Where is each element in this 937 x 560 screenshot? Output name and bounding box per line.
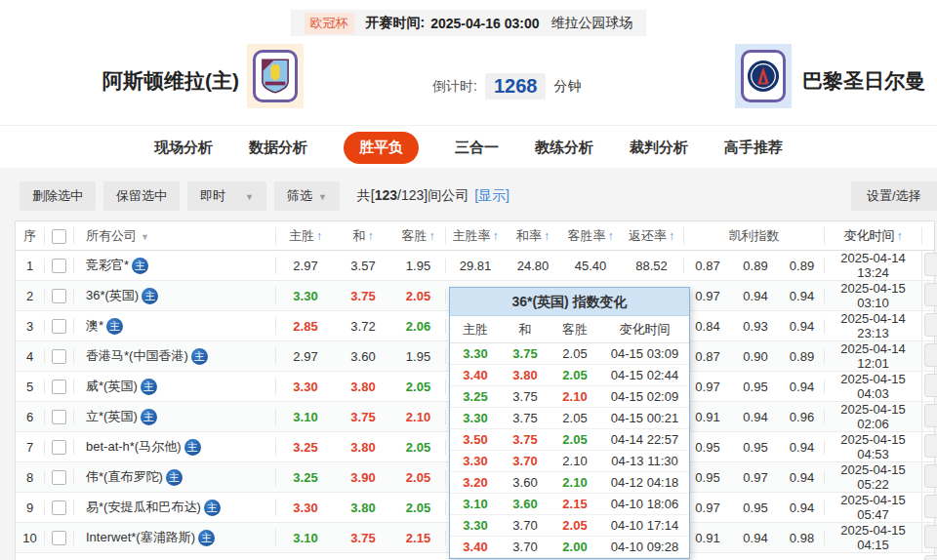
popup-away-odds: 2.00 (550, 540, 600, 554)
company-name[interactable]: 香港马*(中国香港)主 (74, 347, 276, 365)
sort-asc-icon: ↑ (608, 229, 614, 243)
row-checkbox[interactable] (52, 531, 66, 545)
company-name[interactable]: Interwet*(塞浦路斯)主 (74, 529, 276, 546)
more-button[interactable] (924, 495, 937, 518)
col-draw-odds[interactable]: 和↑ (335, 227, 391, 245)
row-index: 1 (16, 259, 45, 273)
draw-odds: 3.57 (335, 259, 391, 273)
kelly-draw: 0.89 (731, 259, 780, 273)
col-home-rate[interactable]: 主胜率↑ (446, 227, 505, 245)
popup-change-time: 04-14 22:57 (600, 432, 689, 447)
company-name[interactable]: 澳*主 (74, 317, 276, 335)
more-button[interactable] (924, 343, 937, 367)
popup-col-away: 客胜 (550, 321, 600, 339)
row-checkbox[interactable] (52, 440, 66, 455)
instant-dropdown[interactable]: 即时▼ (187, 181, 266, 211)
filter-dropdown[interactable]: 筛选▼ (274, 181, 340, 211)
row-index: 2 (16, 289, 45, 303)
tab-three-in-one[interactable]: 三合一 (455, 139, 499, 157)
draw-odds: 3.75 (335, 410, 391, 424)
kelly-home: 0.91 (684, 410, 731, 424)
delete-selected-button[interactable]: 删除选中 (20, 181, 96, 211)
home-odds: 3.25 (276, 470, 335, 485)
draw-odds: 3.90 (335, 470, 391, 485)
popup-draw-odds: 3.70 (501, 518, 550, 533)
table-header-row: 序 所有公司▼ 主胜↑ 和↑ 客胜↑ 主胜率↑ 和率↑ 客胜率↑ 返还率↑ 凯利… (16, 221, 934, 251)
popup-draw-odds: 3.70 (501, 540, 550, 554)
more-button[interactable] (924, 374, 937, 397)
odds-change-popup: 36*(英国) 指数变化 主胜 和 客胜 变化时间 3.30 3.75 2.05… (449, 287, 690, 559)
sort-asc-icon: ↑ (429, 229, 435, 243)
home-odds: 3.30 (276, 500, 335, 515)
home-odds: 2.97 (276, 259, 335, 273)
draw-odds: 3.75 (335, 531, 391, 545)
col-away-odds[interactable]: 客胜↑ (391, 227, 446, 245)
popup-draw-odds: 3.70 (501, 454, 550, 468)
popup-draw-odds: 3.60 (501, 497, 550, 511)
row-checkbox[interactable] (52, 259, 66, 273)
keep-selected-button[interactable]: 保留选中 (103, 181, 180, 211)
more-button[interactable] (924, 555, 937, 560)
kelly-draw: 0.94 (731, 410, 780, 424)
show-link[interactable]: [显示] (474, 187, 509, 205)
popup-row: 3.30 3.70 2.05 04-10 17:14 (450, 515, 689, 537)
settings-button[interactable]: 设置/选择 (851, 181, 937, 211)
chevron-down-icon: ▼ (245, 192, 254, 202)
row-checkbox[interactable] (52, 380, 66, 394)
row-index: 10 (16, 531, 45, 545)
tab-win-draw-lose[interactable]: 胜平负 (344, 132, 419, 164)
more-button[interactable] (924, 525, 937, 548)
company-name[interactable]: 竞彩官*主 (74, 257, 276, 274)
col-payout-rate[interactable]: 返还率↑ (620, 227, 684, 245)
kelly-home: 0.95 (684, 440, 731, 455)
tab-expert-picks[interactable]: 高手推荐 (724, 139, 783, 157)
col-draw-rate[interactable]: 和率↑ (505, 227, 561, 245)
company-name[interactable]: 威*(英国)主 (74, 378, 276, 395)
tab-live-analysis[interactable]: 现场分析 (154, 139, 213, 157)
change-time: 2025-04-15 05:22 (825, 462, 922, 492)
tab-coach-analysis[interactable]: 教练分析 (535, 139, 593, 157)
tab-data-analysis[interactable]: 数据分析 (249, 139, 307, 157)
col-away-rate[interactable]: 客胜率↑ (561, 227, 620, 245)
kickoff-label: 开赛时间: (366, 15, 426, 32)
home-odds: 2.97 (276, 349, 335, 364)
more-button[interactable] (924, 283, 937, 306)
row-checkbox[interactable] (52, 410, 66, 424)
draw-odds: 3.75 (335, 289, 391, 303)
company-name[interactable]: 易*(安提瓜和巴布达)主 (74, 499, 276, 516)
away-odds: 2.05 (391, 380, 446, 394)
draw-odds: 3.80 (335, 500, 391, 515)
company-name[interactable]: bet-at-h*(马尔他)主 (74, 438, 276, 456)
row-checkbox[interactable] (52, 470, 66, 485)
change-time: 2025-04-15 05:47 (825, 493, 922, 522)
popup-away-odds: 2.15 (550, 497, 600, 511)
row-index: 8 (16, 470, 45, 485)
company-name[interactable]: 立*(英国)主 (74, 408, 276, 425)
toolbar: 删除选中 保留选中 即时▼ 筛选▼ 共[123/123]间公司 [显示] 设置/… (20, 181, 937, 211)
more-button[interactable] (924, 313, 937, 337)
popup-change-time: 04-10 09:28 (600, 540, 689, 554)
row-checkbox[interactable] (52, 289, 66, 303)
more-button[interactable] (924, 434, 937, 458)
popup-row: 3.50 3.75 2.05 04-14 22:57 (450, 429, 689, 451)
tab-referee-analysis[interactable]: 裁判分析 (630, 139, 688, 157)
company-name[interactable]: 36*(英国)主 (74, 287, 276, 304)
more-button[interactable] (924, 404, 937, 427)
row-checkbox[interactable] (52, 349, 66, 364)
draw-odds: 3.80 (335, 440, 391, 455)
select-all-checkbox[interactable] (52, 229, 66, 244)
home-badge-icon: 主 (141, 409, 157, 425)
home-badge-icon: 主 (132, 258, 148, 274)
league-badge: 欧冠杯 (305, 13, 354, 34)
kelly-home: 0.84 (684, 319, 731, 334)
col-home-odds[interactable]: 主胜↑ (276, 227, 335, 245)
row-checkbox[interactable] (52, 500, 66, 515)
col-change-time[interactable]: 变化时间↑ (825, 227, 922, 245)
company-name[interactable]: 伟*(直布罗陀)主 (74, 468, 276, 486)
row-checkbox[interactable] (52, 319, 66, 334)
more-button[interactable] (924, 464, 937, 488)
more-button[interactable] (924, 253, 937, 276)
kelly-away: 0.94 (780, 289, 825, 303)
col-company[interactable]: 所有公司▼ (74, 227, 276, 245)
home-odds: 3.10 (276, 410, 335, 424)
